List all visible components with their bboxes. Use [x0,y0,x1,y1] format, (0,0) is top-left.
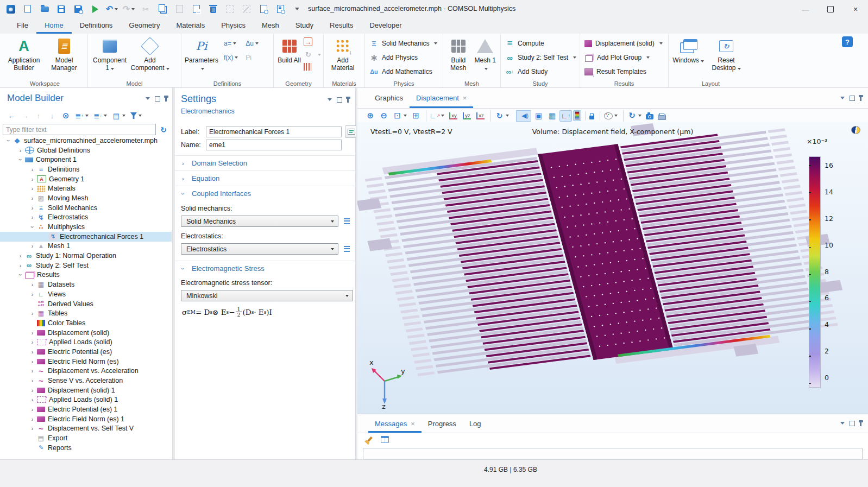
tree-item-applied-loads[interactable]: Applied Loads (solid) [0,337,172,347]
tree-chevron-icon[interactable] [29,358,36,365]
tree-chevron-icon[interactable] [29,387,36,394]
scene-sound-toggle-button[interactable] [516,110,531,122]
tab-messages[interactable]: Messages × [368,414,422,433]
tree-item-component1[interactable]: Component 1 [0,155,172,165]
tree-chevron-icon[interactable] [29,185,36,192]
nonlocal-couplings-button[interactable]: Δu [246,40,259,47]
open-table-button[interactable] [379,435,391,444]
tree-chevron-icon[interactable] [29,416,36,422]
electrostatics-list-button[interactable] [342,244,351,253]
study-2-button[interactable]: Study 2: Self Test [503,50,578,65]
panel-pin-icon[interactable] [347,98,349,103]
go-to-default-view-button[interactable] [426,110,446,122]
tree-chevron-icon[interactable] [17,262,24,269]
tree-chevron-icon[interactable] [29,330,36,336]
delete-button[interactable] [206,3,219,16]
tab-log[interactable]: Log [463,414,488,433]
tree-chevron-icon[interactable] [29,224,36,230]
tree-item-study2[interactable]: Study 2: Self Test [0,261,172,270]
open-file-button[interactable] [38,3,51,16]
tree-item-moving-mesh[interactable]: Moving Mesh [0,193,172,203]
new-file-button[interactable] [21,3,34,16]
model-manager-button[interactable]: Model Manager [45,35,84,72]
panel-float-icon[interactable] [155,96,160,102]
tree-chevron-icon[interactable] [29,339,36,345]
section-electromagnetic-stress[interactable]: Electromagnetic Stress [175,261,356,276]
tree-chevron-icon[interactable] [5,137,12,144]
tree-item-mesh1[interactable]: Mesh 1 [0,242,172,251]
paste-button[interactable] [173,3,186,16]
add-physics-button[interactable]: Add Physics [367,50,439,65]
tree-item-datasets[interactable]: Datasets [0,280,172,289]
menu-tab-definitions[interactable]: Definitions [72,18,121,34]
tree-item-disp-vs-self-test[interactable]: Displacement vs. Self Test V [0,424,172,434]
tree-item-reports[interactable]: Reports [0,443,172,453]
messages-output[interactable] [363,448,863,459]
tree-chevron-icon[interactable] [17,271,24,278]
tree-chevron-icon[interactable] [29,166,36,173]
duplicate-button[interactable] [190,3,203,16]
help-button[interactable]: ? [842,36,853,47]
tree-chevron-icon[interactable] [29,377,36,384]
panel-menu-icon[interactable] [840,97,845,99]
import-geometry-button[interactable] [304,37,312,46]
copy-button[interactable] [156,3,169,16]
refresh-icon[interactable] [159,125,168,134]
tree-item-applied-loads-1[interactable]: Applied Loads (solid) 1 [0,395,172,405]
component-1-button[interactable]: Component 1 [90,35,129,72]
orientation-axes-toggle-button[interactable] [559,110,572,122]
reset-desktop-button[interactable]: Reset Desktop [707,35,746,72]
tab-progress[interactable]: Progress [422,414,463,433]
section-equation[interactable]: Equation [175,170,356,186]
transparency-toggle-button[interactable] [532,110,545,122]
deselect-button[interactable] [240,3,253,16]
panel-float-icon[interactable] [337,97,342,103]
view-indicator-icon[interactable] [851,126,860,134]
tree-item-solid-mechanics[interactable]: Solid Mechanics [0,203,172,213]
functions-button[interactable]: f(x) [224,54,238,61]
cut-button[interactable] [139,3,152,16]
solid-mechanics-list-button[interactable] [342,217,351,225]
solid-mechanics-select[interactable]: Solid Mechanics [181,216,338,227]
application-builder-button[interactable]: Application Builder [4,35,43,72]
tree-item-results[interactable]: Results [0,270,172,280]
app-menu-button[interactable] [4,3,17,16]
node-text-button[interactable] [110,110,127,121]
tree-chevron-icon[interactable] [29,281,36,288]
tree-chevron-icon[interactable] [29,349,36,355]
clear-messages-button[interactable] [365,435,375,443]
electrostatics-select[interactable]: Electrostatics [181,243,338,255]
panel-pin-icon[interactable] [860,96,861,101]
plot-area[interactable]: VtestL=0 V, VtestR=2 V Volume: Displacem… [357,122,868,414]
panel-float-icon[interactable] [850,421,855,426]
tree-item-definitions[interactable]: Definitions [0,165,172,174]
add-material-button[interactable]: Add Material [326,35,360,72]
update-plot-button[interactable] [623,110,643,122]
tab-graphics[interactable]: Graphics [368,88,410,108]
parameters-button[interactable]: Parameters [184,35,219,72]
tree-chevron-icon[interactable] [17,252,24,259]
close-button[interactable]: × [843,0,868,18]
tree-chevron-icon[interactable] [29,205,36,211]
image-snapshot-button[interactable] [644,111,655,121]
menu-tab-geometry[interactable]: Geometry [121,18,168,34]
color-palette-button[interactable] [600,111,619,121]
tree-item-root[interactable]: surface_micromachined_accelerometer.mph [0,136,172,146]
tree-item-electric-potential-1[interactable]: Electric Potential (es) 1 [0,404,172,414]
grid-toggle-button[interactable] [546,110,558,122]
panel-pin-icon[interactable] [165,97,167,102]
menu-tab-developer[interactable]: Developer [361,18,410,34]
tree-item-displacement-solid-1[interactable]: Displacement (solid) 1 [0,385,172,395]
add-component-button[interactable]: Add Component [130,35,169,72]
run-button[interactable] [89,3,102,16]
tree-chevron-icon[interactable] [17,156,24,163]
tree-filter-input[interactable] [3,124,156,135]
collapse-all-button[interactable] [92,110,109,121]
tree-item-electric-field-norm[interactable]: Electric Field Norm (es) [0,357,172,366]
nav-forward-button[interactable] [19,110,31,121]
view-yz-button[interactable] [461,110,473,122]
find-button[interactable] [257,3,270,16]
tree-chevron-icon[interactable] [29,310,36,317]
label-input[interactable] [206,127,342,137]
tree-chevron-icon[interactable] [29,406,36,413]
